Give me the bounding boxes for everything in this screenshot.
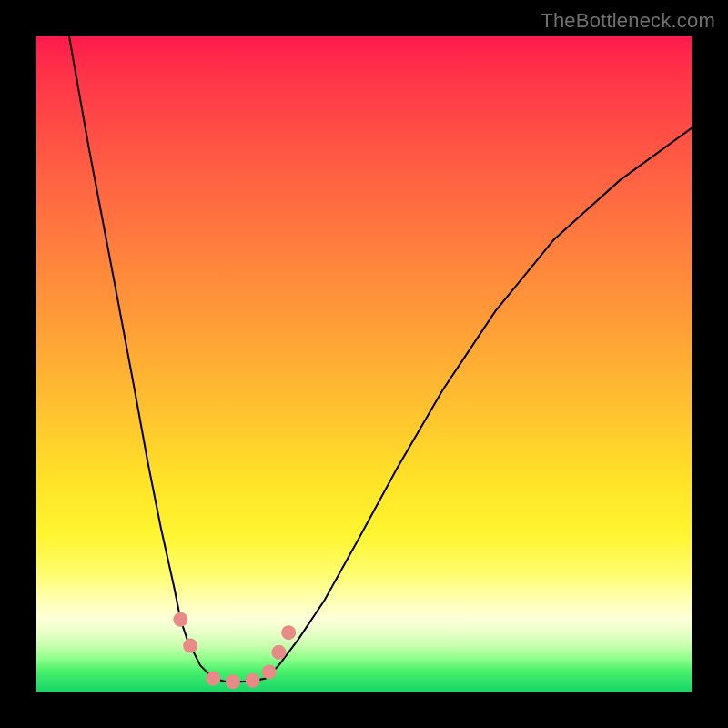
curve-layer xyxy=(36,36,692,692)
data-marker xyxy=(271,645,286,660)
chart-frame: TheBottleneck.com xyxy=(0,0,728,728)
data-marker xyxy=(246,673,260,688)
bottleneck-curve xyxy=(69,36,692,682)
data-marker xyxy=(206,672,220,686)
marker-group xyxy=(173,612,296,689)
data-marker xyxy=(226,674,240,689)
plot-area xyxy=(36,36,692,692)
data-marker xyxy=(183,639,197,653)
data-marker xyxy=(262,664,277,679)
data-marker xyxy=(281,625,296,640)
data-marker xyxy=(173,612,187,627)
watermark-text: TheBottleneck.com xyxy=(541,9,715,33)
